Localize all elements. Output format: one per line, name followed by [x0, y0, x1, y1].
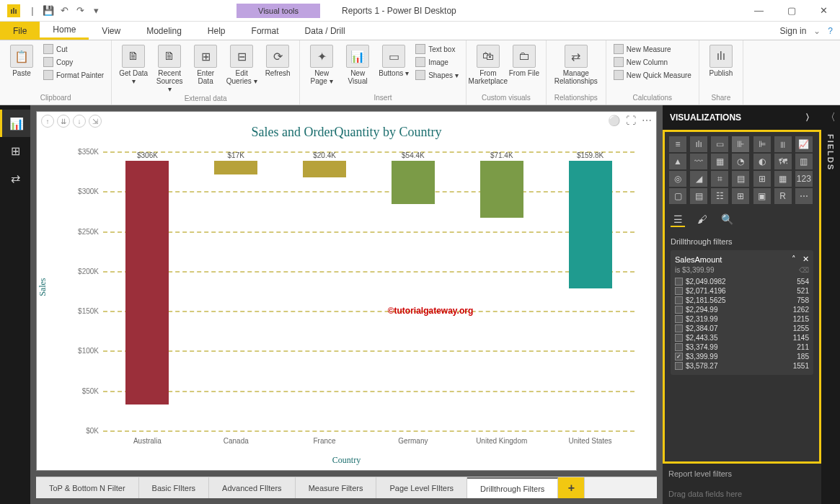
data-view-icon[interactable]: ⊞ — [0, 137, 30, 164]
clear-filter-icon[interactable]: ⌫ — [799, 266, 809, 274]
viz-type-icon[interactable]: ▤ — [732, 171, 749, 187]
model-view-icon[interactable]: ⇄ — [0, 164, 30, 192]
filter-row[interactable]: $2,319.991215 — [675, 314, 809, 324]
viz-type-icon[interactable]: ◐ — [753, 154, 771, 169]
image-button[interactable]: Image — [412, 56, 461, 68]
checkbox-icon[interactable] — [675, 296, 683, 304]
focus-mode-icon[interactable]: ⛶ — [626, 115, 636, 126]
report-view-icon[interactable]: 📊 — [0, 110, 30, 137]
checkbox-icon[interactable] — [675, 315, 683, 323]
qat-dropdown-icon[interactable]: ▾ — [88, 3, 104, 19]
buttons-button[interactable]: ▭Buttons ▾ — [376, 43, 411, 79]
viz-type-icon[interactable]: 🗺 — [774, 154, 792, 169]
textbox-button[interactable]: Text box — [412, 43, 461, 55]
checkbox-icon[interactable] — [675, 306, 683, 314]
drill-down-icon[interactable]: ↓ — [73, 115, 86, 128]
expand-icon[interactable]: ⇲ — [89, 115, 102, 128]
filter-row[interactable]: $3,578.271551 — [675, 361, 809, 371]
from-file-button[interactable]: 🗀From File — [507, 43, 541, 79]
maximize-button[interactable]: ▢ — [775, 0, 808, 21]
get-data-button[interactable]: 🗎Get Data ▾ — [116, 43, 151, 87]
analytics-tab-icon[interactable]: 🔍 — [720, 213, 734, 227]
add-page-button[interactable]: + — [558, 477, 585, 498]
recent-sources-button[interactable]: 🗎Recent Sources ▾ — [152, 43, 187, 94]
viz-type-icon[interactable]: ▤ — [690, 188, 707, 204]
remove-filter-icon[interactable]: ✕ — [803, 255, 809, 263]
page-tab[interactable]: Advanced FIlters — [209, 477, 296, 498]
viz-type-icon[interactable]: ☷ — [711, 188, 728, 204]
menu-tab-view[interactable]: View — [89, 22, 133, 40]
filter-row[interactable]: $2,294.991262 — [675, 305, 809, 314]
viz-type-icon[interactable]: 📈 — [795, 136, 813, 152]
viz-type-icon[interactable]: ≡ — [669, 136, 686, 152]
bar[interactable]: $306K — [103, 151, 192, 430]
page-tab[interactable]: Measure Filters — [296, 477, 377, 498]
report-level-filters-header[interactable]: Report level filters — [663, 464, 821, 484]
from-marketplace-button[interactable]: 🛍From Marketplace — [471, 43, 505, 87]
collapse-filter-icon[interactable]: ˄ — [792, 255, 796, 263]
drill-toggle-icon[interactable]: ⇊ — [57, 115, 70, 128]
copy-button[interactable]: Copy — [40, 56, 107, 68]
bar[interactable]: $159.8K — [546, 151, 635, 430]
bar[interactable]: $54.4K — [368, 151, 457, 430]
viz-type-icon[interactable]: 〰 — [690, 154, 707, 169]
format-painter-button[interactable]: Format Painter — [40, 69, 107, 81]
viz-type-icon[interactable]: ⊞ — [732, 188, 749, 204]
filter-row[interactable]: $2,443.351145 — [675, 333, 809, 342]
close-button[interactable]: ✕ — [808, 0, 840, 21]
checkbox-icon[interactable] — [675, 324, 683, 332]
viz-type-icon[interactable]: ◢ — [690, 171, 707, 187]
viz-type-icon[interactable]: ⫼ — [774, 136, 792, 152]
checkbox-icon[interactable] — [675, 353, 683, 361]
report-canvas[interactable]: ↑ ⇊ ↓ ⇲ ⚪ ⛶ ⋯ Sales and OrderQuantity by… — [36, 111, 657, 471]
bar[interactable]: $71.4K — [457, 151, 546, 430]
page-tab[interactable]: Drillthrough Filters — [467, 477, 558, 498]
refresh-button[interactable]: ⟳Refresh — [260, 43, 295, 79]
new-page-button[interactable]: ✦New Page ▾ — [304, 43, 339, 87]
publish-button[interactable]: ılıPublish — [704, 43, 738, 79]
checkbox-icon[interactable] — [675, 334, 683, 342]
menu-tab-data-drill[interactable]: Data / Drill — [292, 22, 358, 40]
viz-type-icon[interactable]: ⊞ — [753, 171, 771, 187]
filter-row[interactable]: $3,399.99185 — [675, 352, 809, 361]
undo-icon[interactable]: ↶ — [56, 3, 72, 19]
viz-type-icon[interactable]: ılı — [690, 136, 707, 152]
redo-icon[interactable]: ↷ — [72, 3, 88, 19]
visual-more-icon[interactable]: ⋯ — [642, 115, 652, 126]
checkbox-icon[interactable] — [675, 362, 683, 370]
new-measure-button[interactable]: New Measure — [611, 43, 694, 55]
manage-relationships-button[interactable]: ⇄Manage Relationships — [551, 43, 601, 87]
menu-tab-help[interactable]: Help — [195, 22, 239, 40]
fields-panel-collapsed[interactable]: 〈 FIELDS — [821, 105, 840, 504]
file-tab[interactable]: File — [0, 22, 40, 40]
page-tab[interactable]: Basic FIlters — [139, 477, 210, 498]
drill-up-icon[interactable]: ↑ — [41, 115, 54, 128]
bar[interactable]: $17K — [192, 151, 280, 430]
filter-row[interactable]: $2,181.5625758 — [675, 296, 809, 305]
viz-type-icon[interactable]: ▲ — [669, 154, 686, 169]
menu-tab-modeling[interactable]: Modeling — [133, 22, 195, 40]
menu-tab-format[interactable]: Format — [239, 22, 292, 40]
save-icon[interactable]: 💾 — [40, 3, 56, 19]
filter-row[interactable]: $2,384.071255 — [675, 324, 809, 333]
viz-type-icon[interactable]: ◎ — [669, 171, 686, 187]
format-tab-icon[interactable]: 🖌 — [695, 213, 709, 227]
menu-tab-home[interactable]: Home — [40, 22, 89, 40]
edit-queries-button[interactable]: ⊟Edit Queries ▾ — [224, 43, 259, 87]
expand-fields-icon[interactable]: 〈 — [826, 111, 836, 124]
filter-applied-icon[interactable]: ⚪ — [608, 115, 620, 126]
checkbox-icon[interactable] — [675, 287, 683, 295]
viz-type-icon[interactable]: ⌗ — [711, 171, 728, 187]
new-column-button[interactable]: New Column — [611, 56, 694, 68]
paste-button[interactable]: 📋Paste — [4, 43, 39, 79]
viz-type-icon[interactable]: ◔ — [732, 154, 749, 169]
bar[interactable]: $20.4K — [280, 151, 369, 430]
viz-type-icon[interactable]: ▦ — [774, 171, 792, 187]
viz-type-icon[interactable]: ▦ — [711, 154, 728, 169]
visualizations-header[interactable]: VISUALIZATIONS 〉 — [663, 105, 821, 130]
viz-type-icon[interactable]: ▭ — [711, 136, 728, 152]
viz-type-icon[interactable]: R — [774, 188, 792, 204]
viz-type-icon[interactable]: ▥ — [795, 154, 813, 169]
minimize-button[interactable]: — — [743, 0, 775, 21]
viz-type-icon[interactable]: 123 — [795, 171, 813, 187]
